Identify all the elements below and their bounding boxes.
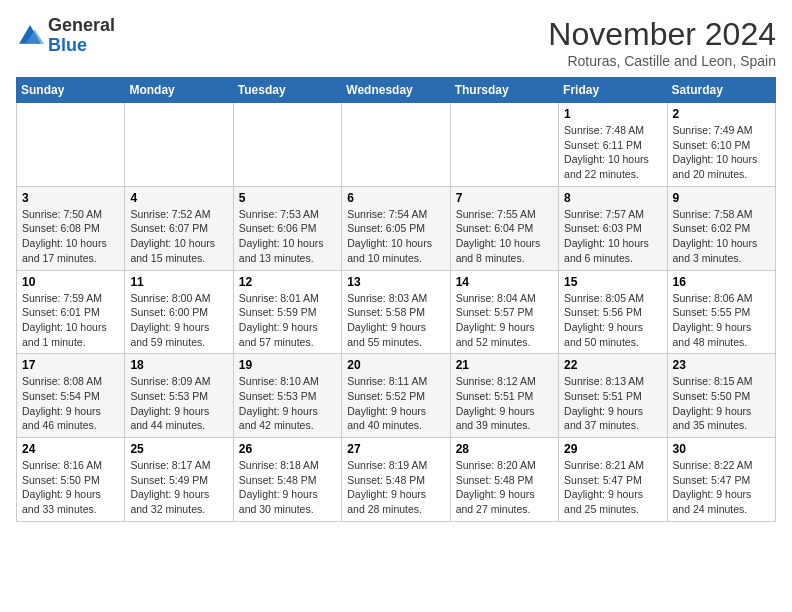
day-info: Sunrise: 8:05 AM Sunset: 5:56 PM Dayligh…	[564, 291, 661, 350]
day-cell: 19Sunrise: 8:10 AM Sunset: 5:53 PM Dayli…	[233, 354, 341, 438]
day-number: 10	[22, 275, 119, 289]
day-cell: 26Sunrise: 8:18 AM Sunset: 5:48 PM Dayli…	[233, 438, 341, 522]
day-number: 18	[130, 358, 227, 372]
header-friday: Friday	[559, 78, 667, 103]
day-cell: 27Sunrise: 8:19 AM Sunset: 5:48 PM Dayli…	[342, 438, 450, 522]
day-info: Sunrise: 8:13 AM Sunset: 5:51 PM Dayligh…	[564, 374, 661, 433]
day-number: 3	[22, 191, 119, 205]
header-sunday: Sunday	[17, 78, 125, 103]
week-row-4: 17Sunrise: 8:08 AM Sunset: 5:54 PM Dayli…	[17, 354, 776, 438]
day-number: 26	[239, 442, 336, 456]
header: General Blue November 2024 Roturas, Cast…	[16, 16, 776, 69]
day-number: 23	[673, 358, 770, 372]
day-info: Sunrise: 7:58 AM Sunset: 6:02 PM Dayligh…	[673, 207, 770, 266]
day-info: Sunrise: 7:52 AM Sunset: 6:07 PM Dayligh…	[130, 207, 227, 266]
logo-blue: Blue	[48, 35, 87, 55]
day-number: 1	[564, 107, 661, 121]
day-cell: 9Sunrise: 7:58 AM Sunset: 6:02 PM Daylig…	[667, 186, 775, 270]
day-cell: 8Sunrise: 7:57 AM Sunset: 6:03 PM Daylig…	[559, 186, 667, 270]
day-info: Sunrise: 8:21 AM Sunset: 5:47 PM Dayligh…	[564, 458, 661, 517]
day-cell: 24Sunrise: 8:16 AM Sunset: 5:50 PM Dayli…	[17, 438, 125, 522]
day-cell: 20Sunrise: 8:11 AM Sunset: 5:52 PM Dayli…	[342, 354, 450, 438]
day-info: Sunrise: 7:50 AM Sunset: 6:08 PM Dayligh…	[22, 207, 119, 266]
day-number: 12	[239, 275, 336, 289]
day-info: Sunrise: 7:59 AM Sunset: 6:01 PM Dayligh…	[22, 291, 119, 350]
day-number: 30	[673, 442, 770, 456]
logo-text: General Blue	[48, 16, 115, 56]
day-info: Sunrise: 8:08 AM Sunset: 5:54 PM Dayligh…	[22, 374, 119, 433]
day-number: 16	[673, 275, 770, 289]
day-cell: 28Sunrise: 8:20 AM Sunset: 5:48 PM Dayli…	[450, 438, 558, 522]
day-cell: 4Sunrise: 7:52 AM Sunset: 6:07 PM Daylig…	[125, 186, 233, 270]
day-cell: 3Sunrise: 7:50 AM Sunset: 6:08 PM Daylig…	[17, 186, 125, 270]
day-info: Sunrise: 8:16 AM Sunset: 5:50 PM Dayligh…	[22, 458, 119, 517]
day-cell	[233, 103, 341, 187]
day-cell	[342, 103, 450, 187]
header-monday: Monday	[125, 78, 233, 103]
week-row-2: 3Sunrise: 7:50 AM Sunset: 6:08 PM Daylig…	[17, 186, 776, 270]
day-cell: 5Sunrise: 7:53 AM Sunset: 6:06 PM Daylig…	[233, 186, 341, 270]
day-cell: 15Sunrise: 8:05 AM Sunset: 5:56 PM Dayli…	[559, 270, 667, 354]
logo-general: General	[48, 15, 115, 35]
day-cell: 18Sunrise: 8:09 AM Sunset: 5:53 PM Dayli…	[125, 354, 233, 438]
day-info: Sunrise: 8:03 AM Sunset: 5:58 PM Dayligh…	[347, 291, 444, 350]
day-number: 24	[22, 442, 119, 456]
day-info: Sunrise: 8:18 AM Sunset: 5:48 PM Dayligh…	[239, 458, 336, 517]
day-cell: 25Sunrise: 8:17 AM Sunset: 5:49 PM Dayli…	[125, 438, 233, 522]
calendar-header-row: SundayMondayTuesdayWednesdayThursdayFrid…	[17, 78, 776, 103]
day-info: Sunrise: 7:55 AM Sunset: 6:04 PM Dayligh…	[456, 207, 553, 266]
month-title: November 2024	[548, 16, 776, 53]
day-info: Sunrise: 8:04 AM Sunset: 5:57 PM Dayligh…	[456, 291, 553, 350]
day-cell: 11Sunrise: 8:00 AM Sunset: 6:00 PM Dayli…	[125, 270, 233, 354]
day-number: 19	[239, 358, 336, 372]
day-cell: 10Sunrise: 7:59 AM Sunset: 6:01 PM Dayli…	[17, 270, 125, 354]
day-info: Sunrise: 8:22 AM Sunset: 5:47 PM Dayligh…	[673, 458, 770, 517]
day-cell: 17Sunrise: 8:08 AM Sunset: 5:54 PM Dayli…	[17, 354, 125, 438]
day-info: Sunrise: 7:49 AM Sunset: 6:10 PM Dayligh…	[673, 123, 770, 182]
day-info: Sunrise: 8:17 AM Sunset: 5:49 PM Dayligh…	[130, 458, 227, 517]
day-number: 27	[347, 442, 444, 456]
day-info: Sunrise: 8:01 AM Sunset: 5:59 PM Dayligh…	[239, 291, 336, 350]
day-cell: 14Sunrise: 8:04 AM Sunset: 5:57 PM Dayli…	[450, 270, 558, 354]
day-number: 14	[456, 275, 553, 289]
day-cell: 21Sunrise: 8:12 AM Sunset: 5:51 PM Dayli…	[450, 354, 558, 438]
week-row-5: 24Sunrise: 8:16 AM Sunset: 5:50 PM Dayli…	[17, 438, 776, 522]
day-info: Sunrise: 7:57 AM Sunset: 6:03 PM Dayligh…	[564, 207, 661, 266]
day-number: 11	[130, 275, 227, 289]
day-cell	[17, 103, 125, 187]
day-number: 21	[456, 358, 553, 372]
day-info: Sunrise: 8:09 AM Sunset: 5:53 PM Dayligh…	[130, 374, 227, 433]
day-number: 15	[564, 275, 661, 289]
day-info: Sunrise: 8:11 AM Sunset: 5:52 PM Dayligh…	[347, 374, 444, 433]
day-info: Sunrise: 8:19 AM Sunset: 5:48 PM Dayligh…	[347, 458, 444, 517]
calendar-table: SundayMondayTuesdayWednesdayThursdayFrid…	[16, 77, 776, 522]
location-title: Roturas, Castille and Leon, Spain	[548, 53, 776, 69]
day-info: Sunrise: 8:00 AM Sunset: 6:00 PM Dayligh…	[130, 291, 227, 350]
day-number: 25	[130, 442, 227, 456]
header-tuesday: Tuesday	[233, 78, 341, 103]
day-number: 2	[673, 107, 770, 121]
day-number: 13	[347, 275, 444, 289]
day-number: 7	[456, 191, 553, 205]
day-cell: 12Sunrise: 8:01 AM Sunset: 5:59 PM Dayli…	[233, 270, 341, 354]
day-cell: 23Sunrise: 8:15 AM Sunset: 5:50 PM Dayli…	[667, 354, 775, 438]
day-cell: 30Sunrise: 8:22 AM Sunset: 5:47 PM Dayli…	[667, 438, 775, 522]
logo: General Blue	[16, 16, 115, 56]
day-number: 28	[456, 442, 553, 456]
day-number: 4	[130, 191, 227, 205]
day-cell: 7Sunrise: 7:55 AM Sunset: 6:04 PM Daylig…	[450, 186, 558, 270]
day-cell: 22Sunrise: 8:13 AM Sunset: 5:51 PM Dayli…	[559, 354, 667, 438]
day-cell: 16Sunrise: 8:06 AM Sunset: 5:55 PM Dayli…	[667, 270, 775, 354]
day-info: Sunrise: 7:53 AM Sunset: 6:06 PM Dayligh…	[239, 207, 336, 266]
day-number: 17	[22, 358, 119, 372]
day-number: 29	[564, 442, 661, 456]
day-number: 8	[564, 191, 661, 205]
day-info: Sunrise: 8:15 AM Sunset: 5:50 PM Dayligh…	[673, 374, 770, 433]
day-cell: 13Sunrise: 8:03 AM Sunset: 5:58 PM Dayli…	[342, 270, 450, 354]
day-number: 6	[347, 191, 444, 205]
week-row-1: 1Sunrise: 7:48 AM Sunset: 6:11 PM Daylig…	[17, 103, 776, 187]
header-saturday: Saturday	[667, 78, 775, 103]
day-info: Sunrise: 8:12 AM Sunset: 5:51 PM Dayligh…	[456, 374, 553, 433]
day-cell: 1Sunrise: 7:48 AM Sunset: 6:11 PM Daylig…	[559, 103, 667, 187]
day-cell: 2Sunrise: 7:49 AM Sunset: 6:10 PM Daylig…	[667, 103, 775, 187]
